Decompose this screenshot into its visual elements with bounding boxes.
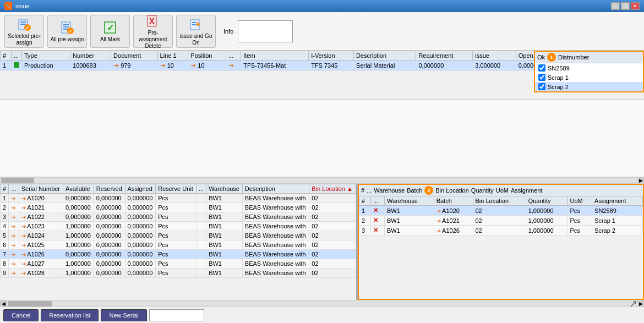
overlay-sn2: Scrap 1 — [548, 74, 569, 81]
br-row-1[interactable]: 1 ✕ BW1 ➔ A1020 02 1,000000 Pcs SN2589 — [359, 206, 643, 216]
col-requirement: Requirement — [416, 51, 473, 61]
blcol-warehouse: Warehouse — [206, 184, 243, 194]
overlay-sn1: SN2589 — [548, 65, 570, 72]
blcol-bin: Bin Location ▲ — [309, 184, 356, 194]
row-line1: ➔ 10 — [157, 61, 188, 71]
all-mark-label: All Mark — [100, 36, 120, 43]
preassignment-delete-label: Pre-assignment Delete — [134, 30, 172, 50]
all-preassign-button[interactable]: ✓ All pre-assign — [47, 15, 87, 48]
ok-col-label: Ok — [537, 54, 545, 61]
bottom-right-table: # ... Warehouse Batch Bin Location Quant… — [359, 196, 643, 236]
bl-row-8[interactable]: 8 ➔ ➔ A1027 1,0000000,0000000,000000 Pcs… — [1, 259, 356, 269]
brcol-assignment: Assignment — [592, 196, 643, 206]
serial-input[interactable] — [149, 309, 204, 321]
rh-dots-label: ... — [367, 187, 372, 194]
selected-preassign-button[interactable]: ✓ Selected pre-assign — [4, 15, 44, 48]
row-type: Production — [22, 61, 70, 71]
row-num: 1 — [1, 61, 12, 71]
row-dots — [12, 61, 22, 71]
scroll-right-btn2[interactable]: ▶ — [637, 300, 644, 307]
app-icon: 🔧 — [4, 2, 12, 10]
top-hscrollbar[interactable]: ▶ — [0, 177, 644, 184]
brcol-dots: ... — [370, 196, 384, 206]
row-dots2: ➔ — [226, 61, 241, 71]
blcol-available: Available — [63, 184, 94, 194]
new-serial-button[interactable]: New Serial — [101, 309, 146, 321]
blcol-dots: ... — [9, 184, 19, 194]
issue-goon-button[interactable]: issue and Go On — [176, 15, 216, 48]
row-issue: 3,000000 — [473, 61, 516, 71]
rh-batch-label: Batch — [407, 187, 422, 194]
close-button[interactable]: ✕ — [631, 2, 640, 10]
br-row-2[interactable]: 2 ✕ BW1 ➔ A1021 02 1,000000 Pcs Scrap 1 — [359, 216, 643, 226]
bl-row-9[interactable]: 9 ➔ ➔ A1028 1,0000000,0000000,000000 Pcs… — [1, 269, 356, 278]
overlay-panel: Ok 1 Distnumber SN2589 Scrap 1 Scrap 2 — [534, 51, 644, 92]
blcol-desc: Description — [242, 184, 309, 194]
overlay-row-2[interactable]: Scrap 1 — [535, 73, 643, 82]
col-dots: ... — [12, 51, 22, 61]
cancel-button[interactable]: Cancel — [3, 309, 39, 321]
svg-text:✓: ✓ — [25, 25, 30, 31]
scroll-left-btn[interactable]: ◀ — [0, 300, 7, 307]
row-number: 1000683 — [70, 61, 111, 71]
row-position: ➔ 10 — [188, 61, 226, 71]
distnumber-col-label: Distnumber — [558, 54, 589, 61]
brcol-qty: Quantity — [526, 196, 567, 206]
bl-row-1[interactable]: 1 ➔ ➔ A1020 0,0000000,0000000,000000 Pcs… — [1, 194, 356, 203]
row-iversion: TFS 7345 — [309, 61, 354, 71]
all-mark-button[interactable]: ✓ All Mark — [90, 15, 130, 48]
bl-row-7[interactable]: 7 ➔ ➔ A1026 0,0000000,0000000,000000 Pcs… — [1, 250, 356, 259]
bottom-hscroll-thumb[interactable] — [8, 301, 52, 306]
bl-row-2[interactable]: 2 ➔ ➔ A1021 0,0000000,0000000,000000 Pcs… — [1, 203, 356, 212]
blcol-reserved: Reserved — [94, 184, 125, 194]
bottom-right-table-container: # ... Warehouse Batch 2 Bin Location Qua… — [358, 184, 644, 300]
col-type: Type — [22, 51, 70, 61]
overlay-check-1[interactable] — [538, 64, 545, 72]
overlay-row-1[interactable]: SN2589 — [535, 63, 643, 73]
row-document: ➔ 979 — [111, 61, 158, 71]
bottom-left-table-container: # ... Serial Number Available Reserved A… — [0, 184, 358, 300]
br-row-3[interactable]: 3 ✕ BW1 ➔ A1026 02 1,000000 Pcs Scrap 2 — [359, 226, 643, 236]
rh-uom-label: UoM — [496, 187, 509, 194]
issue-goon-icon — [188, 17, 204, 32]
blcol-num: # — [1, 184, 9, 194]
svg-rect-7 — [63, 26, 69, 28]
maximize-button[interactable]: □ — [621, 2, 630, 10]
svg-rect-2 — [20, 24, 26, 25]
rh-num-label: # — [361, 187, 364, 194]
all-preassign-icon: ✓ — [59, 20, 75, 35]
scroll-right-btn[interactable]: ▶ — [637, 177, 644, 184]
blcol-assigned: Assigned — [125, 184, 156, 194]
bl-row-4[interactable]: 4 ➔ ➔ A1023 1,0000000,0000000,000000 Pcs… — [1, 222, 356, 231]
bottom-split: # ... Serial Number Available Reserved A… — [0, 184, 644, 300]
blcol-serial: Serial Number — [19, 184, 63, 194]
bl-row-6[interactable]: 6 ➔ ➔ A1025 1,0000000,0000000,000000 Pcs… — [1, 240, 356, 250]
col-issue: issue — [473, 51, 516, 61]
all-mark-icon: ✓ — [102, 20, 118, 35]
svg-text:✓: ✓ — [107, 23, 114, 32]
brcol-uom: UoM — [567, 196, 592, 206]
bl-row-5[interactable]: 5 ➔ ➔ A1024 1,0000000,0000000,000000 Pcs… — [1, 231, 356, 240]
bottom-hscrollbar[interactable]: ◀ ↗ ▶ — [0, 300, 644, 306]
hscroll-thumb[interactable] — [1, 178, 34, 183]
overlay-row-3[interactable]: Scrap 2 — [535, 82, 643, 91]
bl-row-3[interactable]: 3 ➔ ➔ A1022 0,0000000,0000000,000000 Pcs… — [1, 212, 356, 222]
selected-preassign-label: Selected pre-assign — [5, 33, 43, 46]
col-document: Document — [111, 51, 158, 61]
overlay-header: Ok 1 Distnumber — [535, 52, 643, 63]
reservation-list-button[interactable]: Reservation list — [41, 309, 99, 321]
rh-binloc-label: Bin Location — [435, 187, 469, 194]
issue-goon-label: issue and Go On — [177, 33, 215, 46]
rh-warehouse-label: Warehouse — [374, 187, 405, 194]
bottom-toolbar: Cancel Reservation list New Serial — [0, 306, 644, 323]
overlay-check-3[interactable] — [538, 83, 545, 90]
col-line1: Line 1 — [157, 51, 188, 61]
col-iversion: I-Version — [309, 51, 354, 61]
preassignment-delete-button[interactable]: Pre-assignment Delete — [133, 15, 173, 48]
overlay-check-2[interactable] — [538, 74, 545, 81]
svg-text:✓: ✓ — [68, 29, 73, 34]
row-description: Serial Material — [354, 61, 416, 71]
col-num: # — [1, 51, 12, 61]
minimize-button[interactable]: ─ — [611, 2, 620, 10]
title-bar: 🔧 issue ─ □ ✕ — [0, 0, 644, 12]
